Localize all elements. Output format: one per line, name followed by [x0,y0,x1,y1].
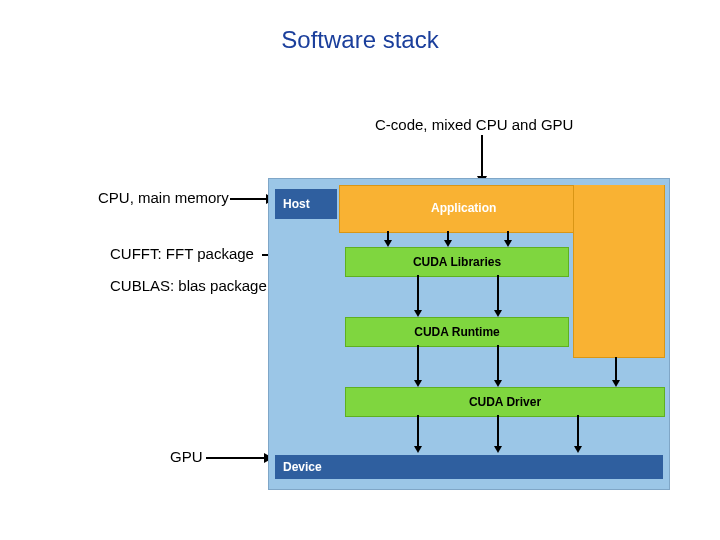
layer-cuda-driver: CUDA Driver [345,387,665,417]
arrow-rt-drv-2-stem [497,345,499,381]
application-label: Application [431,201,496,215]
annotation-cublas: CUBLAS: blas package [110,277,267,294]
arrow-rt-drv-2-head [494,380,502,387]
arrow-app-lib-3-head [504,240,512,247]
arrow-drv-dev-3-stem [577,415,579,447]
arrow-c-code-line [481,135,483,176]
device-bar: Device [275,455,663,479]
arrow-app-drv-head [612,380,620,387]
arrow-rt-drv-1-head [414,380,422,387]
arrow-drv-dev-3-head [574,446,582,453]
annotation-cpu: CPU, main memory [98,189,229,206]
arrow-drv-dev-1-head [414,446,422,453]
slide-title: Software stack [0,26,720,54]
arrow-cpu-line [230,198,268,200]
layer-cuda-libraries: CUDA Libraries [345,247,569,277]
arrow-lib-rt-2-head [494,310,502,317]
arrow-drv-dev-2-head [494,446,502,453]
arrow-drv-dev-2-stem [497,415,499,447]
software-stack-diagram: Host Application CUDA Libraries CUDA Run… [268,178,670,490]
arrow-rt-drv-1-stem [417,345,419,381]
arrow-lib-rt-1-head [414,310,422,317]
arrow-drv-dev-1-stem [417,415,419,447]
application-block-side [573,185,665,358]
arrow-app-lib-1-head [384,240,392,247]
annotation-cufft: CUFFT: FFT package [110,245,254,262]
annotation-gpu: GPU [170,448,203,465]
host-bar: Host [275,189,337,219]
arrow-app-lib-2-head [444,240,452,247]
arrow-gpu-line [206,457,266,459]
arrow-lib-rt-1-stem [417,275,419,311]
layer-cuda-runtime: CUDA Runtime [345,317,569,347]
annotation-c-code: C-code, mixed CPU and GPU [375,116,573,133]
arrow-app-drv-stem [615,357,617,381]
arrow-lib-rt-2-stem [497,275,499,311]
